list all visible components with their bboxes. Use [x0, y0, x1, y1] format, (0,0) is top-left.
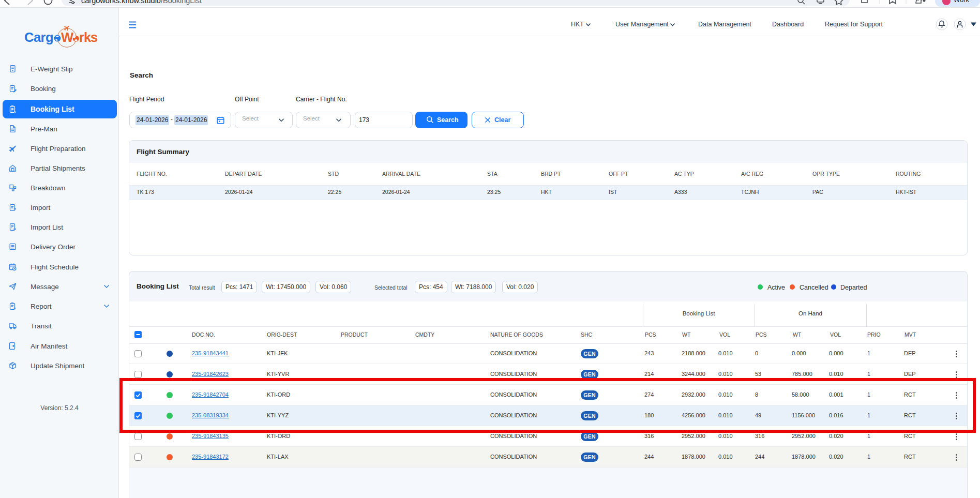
- svg-text:Carg: Carg: [24, 30, 53, 44]
- svg-text:W: W: [61, 30, 74, 44]
- svg-text:rks: rks: [79, 30, 98, 44]
